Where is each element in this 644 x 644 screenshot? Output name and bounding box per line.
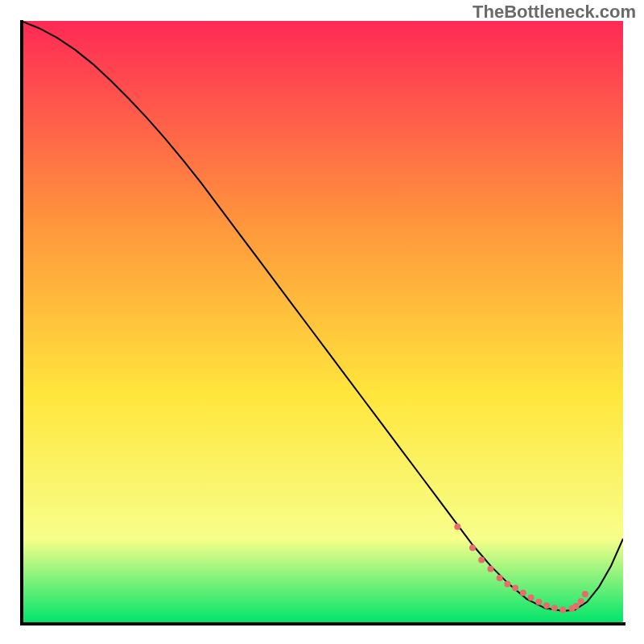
highlight-dot bbox=[573, 603, 580, 609]
highlight-dot bbox=[512, 585, 518, 592]
highlight-dot bbox=[520, 590, 526, 597]
watermark-label: TheBottleneck.com bbox=[473, 2, 636, 23]
highlight-dot bbox=[578, 598, 584, 605]
highlight-dot bbox=[535, 599, 542, 605]
y-axis bbox=[20, 20, 23, 625]
highlight-dot bbox=[504, 580, 510, 587]
highlight-dot bbox=[497, 575, 503, 581]
highlight-dot bbox=[469, 545, 476, 551]
highlight-dot bbox=[487, 566, 493, 572]
highlight-dot bbox=[559, 607, 566, 613]
chart-container: TheBottleneck.com bbox=[0, 0, 644, 644]
highlight-dot bbox=[454, 523, 460, 530]
highlight-dot bbox=[582, 591, 588, 597]
chart-svg bbox=[21, 21, 623, 623]
x-axis bbox=[20, 622, 625, 625]
plot-area bbox=[21, 21, 623, 623]
highlight-dot bbox=[551, 605, 558, 611]
highlight-dot bbox=[528, 595, 535, 601]
highlight-dot bbox=[478, 556, 485, 563]
gradient-background bbox=[21, 21, 623, 623]
highlight-dot bbox=[543, 602, 550, 609]
